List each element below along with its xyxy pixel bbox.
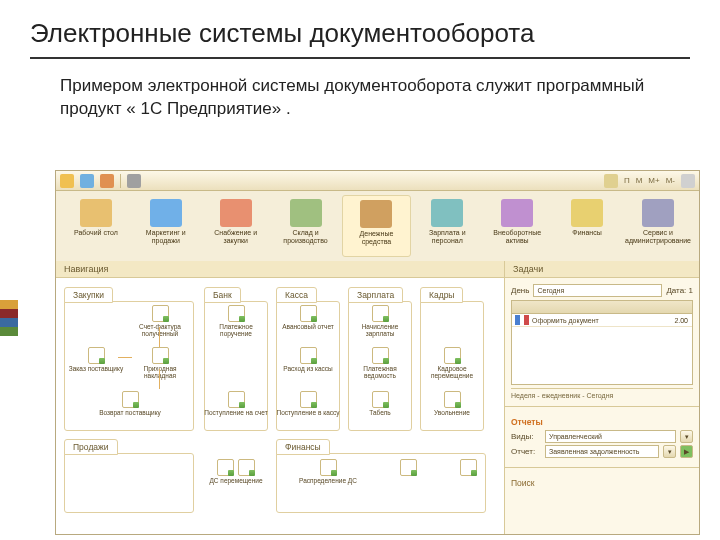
nav-header: Навигация — [56, 261, 504, 278]
section-prodazhi: Продажи — [64, 439, 118, 455]
dropdown-icon[interactable]: ▾ — [663, 445, 676, 458]
proc-fin2[interactable] — [376, 459, 440, 478]
table-row[interactable]: Оформить документ 2.00 — [512, 314, 692, 327]
tasks-header: Задачи — [505, 261, 699, 278]
tab-money[interactable]: Денежные средства — [342, 195, 412, 257]
tb-label-4[interactable]: М- — [666, 176, 675, 185]
report-field[interactable]: Заявленная задолженность — [545, 445, 659, 458]
vid-label: Виды: — [511, 432, 541, 441]
events-label: Неделя - ежедневник - Сегодня — [511, 392, 693, 399]
section-kassa: Касса — [276, 287, 317, 303]
proc-zakaz-post[interactable]: Заказ поставщику — [64, 347, 128, 373]
section-finansy: Финансы — [276, 439, 330, 455]
workspace: Навигация Закупки Банк Касса Зарплата Ка… — [56, 261, 699, 534]
proc-tabel[interactable]: Табель — [348, 391, 412, 417]
tab-warehouse[interactable]: Склад и производство — [272, 195, 340, 257]
run-icon[interactable]: ▶ — [680, 445, 693, 458]
tabbar: Рабочий стол Маркетинг и продажи Снабжен… — [56, 191, 699, 261]
vid-field[interactable]: Управленческий — [545, 430, 676, 443]
tab-desktop[interactable]: Рабочий стол — [62, 195, 130, 257]
accent-bars — [0, 300, 18, 336]
tb-label-2[interactable]: М — [636, 176, 643, 185]
proc-kadrovoe[interactable]: Кадровое перемещение — [420, 347, 484, 380]
slide-text: Примером электронной системы документооб… — [0, 67, 720, 129]
proc-uvolnenie[interactable]: Увольнение — [420, 391, 484, 417]
print-icon[interactable] — [127, 174, 141, 188]
proc-raspredelenie[interactable]: Распределение ДС — [296, 459, 360, 485]
tasks-table[interactable]: Оформить документ 2.00 — [511, 300, 693, 385]
search-header: Поиск — [511, 478, 693, 488]
proc-plat-ved[interactable]: Платежная ведомость — [348, 347, 412, 380]
star-icon[interactable] — [100, 174, 114, 188]
tab-supply[interactable]: Снабжение и закупки — [202, 195, 270, 257]
proc-postuplenie-kassu[interactable]: Поступление в кассу — [276, 391, 340, 417]
proc-fin3[interactable] — [436, 459, 500, 478]
tab-salary[interactable]: Зарплата и персонал — [413, 195, 481, 257]
title-underline — [30, 57, 690, 59]
help-icon[interactable] — [604, 174, 618, 188]
section-zarplata: Зарплата — [348, 287, 403, 303]
app-toolbar: П М М+ М- — [56, 171, 699, 191]
section-zakupki: Закупки — [64, 287, 113, 303]
date-field[interactable]: Сегодня — [533, 284, 662, 297]
proc-rashod[interactable]: Расход из кассы — [276, 347, 340, 373]
proc-vozvrat[interactable]: Возврат поставщику — [98, 391, 162, 417]
reports-header: Отчеты — [511, 417, 693, 427]
proc-platezhnoe[interactable]: Платежное поручение — [204, 305, 268, 338]
home-icon[interactable] — [60, 174, 74, 188]
date-label: День — [511, 286, 529, 295]
tab-service[interactable]: Сервис и администрирование — [623, 195, 693, 257]
date-range: Дата: 1 — [666, 286, 693, 295]
proc-prihodnaya[interactable]: Приходная накладная — [128, 347, 192, 380]
side-panel: Задачи День Сегодня Дата: 1 Оформить док… — [504, 261, 699, 534]
section-kadry: Кадры — [420, 287, 463, 303]
proc-postuplenie-rs[interactable]: Поступление на счет — [204, 391, 268, 417]
tab-marketing[interactable]: Маркетинг и продажи — [132, 195, 200, 257]
tb-label-1[interactable]: П — [624, 176, 630, 185]
flag-icon — [515, 315, 529, 325]
proc-ds-peremeshch[interactable]: ДС перемещение — [204, 459, 268, 485]
slide-title: Электронные системы документооборота — [0, 0, 720, 53]
tab-finance[interactable]: Финансы — [553, 195, 621, 257]
dropdown-icon[interactable]: ▾ — [680, 430, 693, 443]
min-icon[interactable] — [681, 174, 695, 188]
main-canvas: Навигация Закупки Банк Касса Зарплата Ка… — [56, 261, 504, 534]
tb-label-3[interactable]: М+ — [648, 176, 659, 185]
app-window: П М М+ М- Рабочий стол Маркетинг и прода… — [55, 170, 700, 535]
nav-icon[interactable] — [80, 174, 94, 188]
report-label: Отчет: — [511, 447, 541, 456]
tab-assets[interactable]: Внеоборотные активы — [483, 195, 551, 257]
proc-nachislenie[interactable]: Начисление зарплаты — [348, 305, 412, 338]
slide: Электронные системы документооборота При… — [0, 0, 720, 540]
proc-avansovyj[interactable]: Авансовый отчет — [276, 305, 340, 331]
section-bank: Банк — [204, 287, 241, 303]
proc-schet-faktura[interactable]: Счет-фактура полученный — [128, 305, 192, 338]
